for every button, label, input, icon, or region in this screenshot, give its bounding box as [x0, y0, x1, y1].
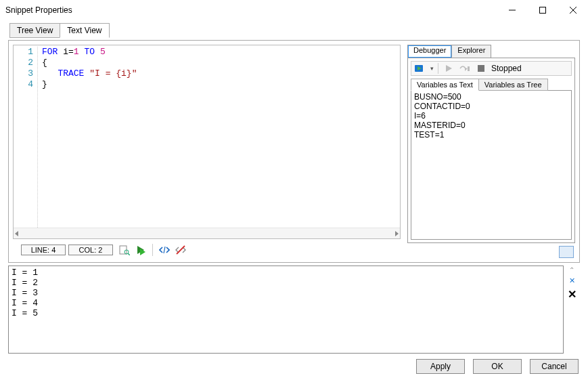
status-col: COL: 2 — [68, 245, 113, 255]
svg-rect-1 — [539, 7, 545, 14]
client-area: Tree View Text View 1234 FOR i=1 TO 5{ T… — [0, 20, 588, 382]
status-line: LINE: 4 — [21, 245, 66, 255]
cancel-button[interactable]: Cancel — [530, 359, 579, 374]
ok-button[interactable]: OK — [473, 359, 522, 374]
tab-vars-tree[interactable]: Variables as Tree — [478, 79, 548, 91]
editor-h-scrollbar[interactable] — [14, 228, 400, 238]
line-number: 3 — [14, 68, 33, 79]
line-number: 2 — [14, 58, 33, 68]
titlebar: Snippet Properties — [0, 0, 588, 20]
sidebar: Debugger Explorer ▾ — [407, 45, 575, 258]
svg-line-9 — [164, 247, 165, 253]
svg-marker-13 — [446, 65, 452, 72]
code-line[interactable]: } — [42, 79, 400, 90]
scroll-up-icon[interactable]: ⌃ — [569, 267, 574, 274]
debugger-state: Stopped — [491, 64, 522, 73]
play-icon[interactable] — [443, 62, 455, 75]
code-line[interactable]: FOR i=1 TO 5 — [42, 47, 400, 58]
close-output-icon[interactable]: ✕ — [568, 288, 576, 301]
editor-statusbar: LINE: 4 COL: 2 — [13, 242, 401, 258]
output-row: I = 1 I = 2 I = 3 I = 4 I = 5 ⌃ ✕ ✕ — [8, 266, 580, 354]
vars-tabstrip: Variables as Text Variables as Tree — [411, 79, 572, 91]
run-script-icon[interactable] — [135, 244, 147, 256]
svg-line-10 — [177, 246, 185, 254]
main-tab-panel: 1234 FOR i=1 TO 5{ TRACE "I = {i}"} LINE… — [8, 40, 580, 263]
upper-content: 1234 FOR i=1 TO 5{ TRACE "I = {i}"} LINE… — [9, 41, 579, 262]
svg-rect-16 — [478, 65, 484, 72]
apply-button[interactable]: Apply — [416, 359, 465, 374]
editor-toolbar — [118, 244, 187, 256]
debugger-panel: ▾ Stopped — [407, 58, 575, 243]
dropdown-arrow-icon[interactable]: ▾ — [430, 65, 434, 72]
toolbar-separator — [152, 244, 153, 256]
variables-text[interactable]: BUSNO=500 CONTACTID=0 I=6 MASTERID=0 TES… — [411, 90, 572, 240]
line-number: 4 — [14, 79, 33, 90]
window: Snippet Properties Tree View Text View — [0, 0, 588, 382]
svg-marker-14 — [465, 68, 468, 71]
output-side-controls: ⌃ ✕ ✕ — [564, 266, 580, 354]
tab-vars-text[interactable]: Variables as Text — [411, 79, 479, 91]
code-tags-icon[interactable] — [158, 244, 171, 256]
close-button[interactable] — [558, 0, 588, 20]
tab-debugger[interactable]: Debugger — [407, 45, 452, 58]
main-tabstrip: Tree View Text View — [8, 23, 580, 38]
window-title: Snippet Properties — [5, 5, 72, 15]
svg-rect-15 — [468, 66, 470, 71]
window-controls — [497, 0, 588, 20]
go-icon[interactable] — [414, 62, 426, 75]
scroll-right-icon[interactable] — [395, 231, 399, 236]
maximize-button[interactable] — [527, 0, 558, 20]
scroll-left-icon[interactable] — [15, 231, 18, 236]
code-line[interactable]: TRACE "I = {i}" — [42, 68, 400, 79]
step-icon[interactable] — [459, 62, 471, 75]
sidebar-tabstrip: Debugger Explorer — [407, 45, 575, 58]
no-code-icon[interactable] — [175, 244, 187, 256]
code-editor[interactable]: 1234 FOR i=1 TO 5{ TRACE "I = {i}"} — [13, 45, 401, 239]
search-script-icon[interactable] — [118, 244, 131, 256]
svg-line-6 — [128, 253, 130, 255]
panel-toggle-button[interactable] — [559, 246, 574, 258]
line-gutter: 1234 — [14, 47, 38, 228]
trace-output[interactable]: I = 1 I = 2 I = 3 I = 4 I = 5 — [8, 266, 564, 354]
toolbar-separator — [438, 63, 438, 74]
minimize-button[interactable] — [497, 0, 527, 20]
editor-column: 1234 FOR i=1 TO 5{ TRACE "I = {i}"} LINE… — [13, 45, 401, 258]
code-area[interactable]: 1234 FOR i=1 TO 5{ TRACE "I = {i}"} — [14, 45, 400, 228]
tab-explorer[interactable]: Explorer — [451, 45, 491, 58]
footer: Apply OK Cancel — [8, 356, 580, 374]
code-text[interactable]: FOR i=1 TO 5{ TRACE "I = {i}"} — [38, 47, 400, 228]
stop-icon[interactable] — [475, 62, 487, 75]
pin-close-small-icon[interactable]: ✕ — [569, 276, 575, 285]
line-number: 1 — [14, 47, 33, 58]
tab-tree-view[interactable]: Tree View — [9, 23, 60, 38]
tab-text-view[interactable]: Text View — [60, 23, 109, 38]
debugger-toolbar: ▾ Stopped — [411, 61, 572, 76]
code-line[interactable]: { — [42, 58, 400, 68]
